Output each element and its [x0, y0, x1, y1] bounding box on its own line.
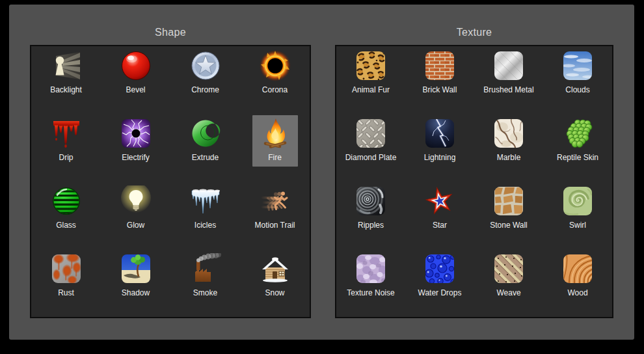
texture-item-label: Swirl	[569, 221, 586, 230]
texture-item-wood[interactable]: Wood	[543, 249, 612, 317]
shape-item-tile-glow: Glow	[113, 183, 159, 234]
shape-item-tile-glass: Glass	[44, 183, 89, 234]
texture-item-weave[interactable]: Weave	[474, 249, 543, 317]
texture-item-diamond-plate[interactable]: Diamond Plate	[336, 114, 405, 182]
texture-item-label: Stone Wall	[490, 221, 528, 230]
glow-icon	[120, 185, 152, 217]
shape-item-tile-motion-trail: Motion Trail	[252, 183, 298, 234]
wood-icon	[562, 253, 593, 284]
texture-item-label: Star	[433, 221, 447, 230]
shape-item-tile-icicles: Icicles	[183, 183, 228, 234]
backlight-icon	[51, 50, 82, 81]
texture-item-tile-brushed-metal: Brushed Metal	[486, 48, 531, 99]
shape-item-label: Fire	[268, 153, 282, 162]
shape-item-tile-shadow: Shadow	[113, 251, 159, 302]
texture-item-animal-fur[interactable]: Animal Fur	[336, 46, 405, 114]
texture-item-brushed-metal[interactable]: Brushed Metal	[474, 46, 543, 114]
marble-icon	[493, 118, 524, 149]
texture-item-brick-wall[interactable]: Brick Wall	[405, 46, 474, 114]
texture-item-tile-clouds: Clouds	[555, 48, 600, 99]
texture-item-tile-reptile-skin: Reptile Skin	[555, 115, 600, 167]
shape-item-label: Drip	[59, 153, 73, 162]
shape-section: Shape BacklightBevelChromeCoronaDripElec…	[30, 26, 311, 318]
texture-item-label: Brushed Metal	[483, 85, 533, 94]
extrude-icon	[190, 118, 221, 149]
shape-item-label: Bevel	[126, 85, 145, 94]
shape-item-chrome[interactable]: Chrome	[170, 46, 240, 114]
shape-item-tile-rust: Rust	[44, 251, 89, 302]
texture-item-label: Animal Fur	[352, 85, 390, 94]
texture-item-stone-wall[interactable]: Stone Wall	[474, 182, 543, 249]
shape-item-snow[interactable]: Snow	[240, 249, 310, 317]
weave-icon	[493, 253, 524, 284]
brick-wall-icon	[424, 50, 455, 81]
shape-item-label: Glass	[56, 221, 76, 230]
shape-item-motion-trail[interactable]: Motion Trail	[240, 182, 310, 249]
shape-item-bevel[interactable]: Bevel	[101, 46, 170, 114]
texture-item-tile-stone-wall: Stone Wall	[486, 183, 531, 234]
shape-item-tile-snow: Snow	[252, 251, 298, 302]
texture-section: Texture Animal FurBrick WallBrushed Meta…	[335, 26, 613, 318]
water-drops-icon	[424, 253, 455, 284]
shape-item-rust[interactable]: Rust	[31, 249, 101, 317]
shape-item-label: Chrome	[191, 85, 219, 94]
shape-item-fire[interactable]: Fire	[240, 114, 310, 182]
shape-item-label: Corona	[262, 85, 288, 94]
shape-item-drip[interactable]: Drip	[31, 114, 101, 182]
shape-item-label: Extrude	[192, 153, 219, 162]
shape-item-tile-electrify: Electrify	[113, 115, 159, 167]
texture-section-title: Texture	[335, 26, 613, 39]
shape-item-glass[interactable]: Glass	[31, 182, 101, 249]
shape-item-label: Electrify	[122, 153, 150, 162]
texture-item-tile-texture-noise: Texture Noise	[348, 251, 394, 302]
shape-item-shadow[interactable]: Shadow	[101, 249, 170, 317]
texture-item-label: Marble	[497, 153, 521, 162]
brushed-metal-icon	[493, 50, 524, 81]
shape-item-tile-corona: Corona	[252, 48, 298, 99]
texture-item-tile-marble: Marble	[486, 115, 531, 167]
electrify-icon	[120, 118, 152, 149]
shape-item-tile-backlight: Backlight	[44, 48, 89, 99]
shape-item-icicles[interactable]: Icicles	[170, 182, 240, 249]
texture-item-texture-noise[interactable]: Texture Noise	[336, 249, 405, 317]
corona-icon	[260, 50, 291, 81]
shape-item-label: Motion Trail	[254, 221, 295, 230]
clouds-icon	[562, 50, 593, 81]
texture-item-star[interactable]: Star	[405, 182, 474, 249]
texture-item-water-drops[interactable]: Water Drops	[405, 249, 474, 317]
shape-item-tile-extrude: Extrude	[183, 115, 228, 167]
texture-item-label: Ripples	[358, 221, 384, 230]
animal-fur-icon	[355, 50, 386, 81]
texture-item-ripples[interactable]: Ripples	[336, 182, 405, 249]
shape-item-backlight[interactable]: Backlight	[31, 46, 101, 114]
bevel-icon	[120, 50, 152, 81]
star-icon	[424, 185, 455, 217]
texture-item-label: Lightning	[424, 153, 456, 162]
shape-item-label: Snow	[265, 288, 284, 297]
icicles-icon	[190, 185, 221, 217]
shape-item-label: Rust	[58, 288, 74, 297]
shape-section-title: Shape	[30, 26, 311, 39]
texture-item-reptile-skin[interactable]: Reptile Skin	[543, 114, 612, 182]
chrome-icon	[190, 50, 221, 81]
texture-item-tile-animal-fur: Animal Fur	[348, 48, 394, 99]
texture-item-tile-wood: Wood	[555, 251, 600, 302]
texture-item-lightning[interactable]: Lightning	[405, 114, 474, 182]
texture-item-label: Texture Noise	[347, 288, 394, 297]
texture-noise-icon	[355, 253, 386, 284]
texture-item-marble[interactable]: Marble	[474, 114, 543, 182]
texture-item-tile-star: Star	[417, 183, 463, 234]
shape-item-electrify[interactable]: Electrify	[101, 114, 170, 182]
texture-item-clouds[interactable]: Clouds	[543, 46, 612, 114]
stone-wall-icon	[493, 185, 524, 217]
shape-item-extrude[interactable]: Extrude	[170, 114, 240, 182]
rust-icon	[51, 253, 82, 284]
texture-item-tile-ripples: Ripples	[348, 183, 394, 234]
shape-item-glow[interactable]: Glow	[101, 182, 170, 249]
texture-item-swirl[interactable]: Swirl	[543, 182, 612, 249]
motion-trail-icon	[260, 185, 291, 217]
texture-item-tile-brick-wall: Brick Wall	[417, 48, 463, 99]
shape-item-tile-bevel: Bevel	[113, 48, 159, 99]
shape-item-smoke[interactable]: Smoke	[170, 249, 240, 317]
shape-item-corona[interactable]: Corona	[240, 46, 310, 114]
